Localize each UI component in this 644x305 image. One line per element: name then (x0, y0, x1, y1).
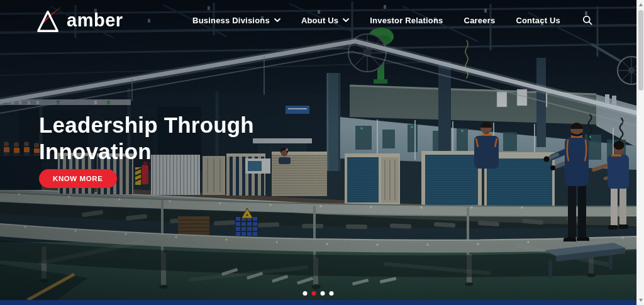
nav-label: Investor Relations (370, 16, 443, 25)
amber-logo-mark (34, 6, 63, 35)
nav-careers[interactable]: Careers (464, 16, 496, 25)
site-header: amber Business Divisions About Us Invest… (0, 0, 636, 40)
hero-title-line2: Innovation (39, 138, 254, 165)
scrollbar-up-arrow[interactable] (639, 3, 643, 6)
nav-investor-relations[interactable]: Investor Relations (370, 16, 443, 25)
chevron-down-icon (274, 18, 280, 22)
main-nav: Business Divisions About Us Investor Rel… (192, 15, 592, 25)
ac-units-center (345, 151, 555, 210)
bottom-section-strip (0, 300, 636, 305)
carousel-dot-3[interactable] (321, 291, 325, 296)
nav-business-divisions[interactable]: Business Divisions (192, 16, 280, 25)
nav-contact-us[interactable]: Contact Us (516, 16, 560, 25)
scrollbar-down-arrow[interactable] (639, 299, 643, 302)
chevron-down-icon (343, 18, 349, 22)
nav-label: About Us (301, 16, 338, 25)
amber-logo[interactable]: amber (34, 6, 123, 35)
amber-homepage: amber Business Divisions About Us Invest… (0, 0, 644, 305)
carousel-dot-1[interactable] (303, 291, 308, 296)
search-icon[interactable] (582, 15, 592, 25)
nav-label: Careers (464, 16, 496, 25)
hero-title-line1: Leadership Through (39, 112, 254, 138)
nav-about-us[interactable]: About Us (301, 16, 349, 25)
scrollbar[interactable] (636, 0, 644, 305)
brand-name: amber (67, 11, 123, 30)
know-more-button[interactable]: KNOW MORE (39, 169, 117, 188)
hero-banner: amber Business Divisions About Us Invest… (0, 0, 636, 300)
nav-label: Business Divisions (192, 16, 270, 25)
carousel-dots (303, 291, 334, 296)
hero-title: Leadership Through Innovation (39, 112, 254, 165)
carousel-dot-2[interactable] (312, 291, 316, 296)
hero-copy: Leadership Through Innovation (39, 112, 254, 165)
carousel-dot-4[interactable] (330, 291, 334, 296)
scrollbar-thumb[interactable] (638, 10, 643, 91)
nav-label: Contact Us (516, 16, 560, 25)
